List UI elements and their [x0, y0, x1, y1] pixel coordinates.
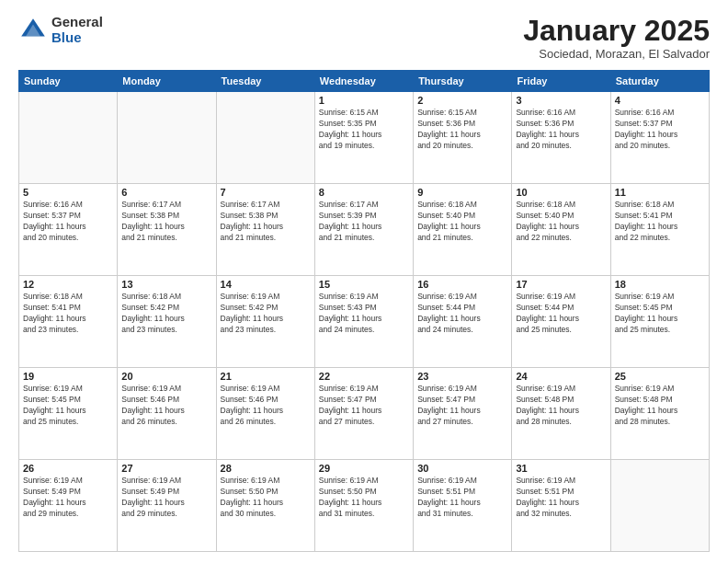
- day-number: 19: [23, 371, 113, 382]
- logo: General Blue: [18, 15, 103, 45]
- calendar-cell: 10Sunrise: 6:18 AM Sunset: 5:40 PM Dayli…: [512, 184, 610, 276]
- day-info: Sunrise: 6:19 AM Sunset: 5:46 PM Dayligh…: [121, 384, 211, 428]
- day-info: Sunrise: 6:19 AM Sunset: 5:51 PM Dayligh…: [516, 476, 606, 520]
- day-number: 9: [417, 187, 507, 198]
- calendar-cell: 11Sunrise: 6:18 AM Sunset: 5:41 PM Dayli…: [610, 184, 709, 276]
- day-number: 23: [417, 371, 507, 382]
- month-title: January 2025: [523, 15, 710, 47]
- day-info: Sunrise: 6:19 AM Sunset: 5:47 PM Dayligh…: [417, 384, 507, 428]
- day-number: 24: [516, 371, 606, 382]
- day-info: Sunrise: 6:16 AM Sunset: 5:37 PM Dayligh…: [615, 108, 705, 152]
- day-number: 6: [121, 187, 211, 198]
- calendar-cell: 26Sunrise: 6:19 AM Sunset: 5:49 PM Dayli…: [19, 460, 118, 552]
- day-info: Sunrise: 6:18 AM Sunset: 5:40 PM Dayligh…: [417, 200, 507, 244]
- day-number: 4: [615, 95, 705, 106]
- day-info: Sunrise: 6:17 AM Sunset: 5:38 PM Dayligh…: [121, 200, 211, 244]
- calendar-cell: 30Sunrise: 6:19 AM Sunset: 5:51 PM Dayli…: [414, 460, 512, 552]
- day-number: 14: [221, 279, 311, 290]
- calendar-cell: [19, 92, 118, 184]
- calendar-week-row: 1Sunrise: 6:15 AM Sunset: 5:35 PM Daylig…: [19, 92, 710, 184]
- weekday-header-saturday: Saturday: [610, 71, 709, 92]
- day-info: Sunrise: 6:19 AM Sunset: 5:50 PM Dayligh…: [221, 476, 311, 520]
- calendar-cell: 22Sunrise: 6:19 AM Sunset: 5:47 PM Dayli…: [314, 368, 413, 460]
- calendar-cell: 2Sunrise: 6:15 AM Sunset: 5:36 PM Daylig…: [414, 92, 512, 184]
- day-number: 12: [23, 279, 113, 290]
- day-info: Sunrise: 6:19 AM Sunset: 5:51 PM Dayligh…: [417, 476, 507, 520]
- calendar-cell: 23Sunrise: 6:19 AM Sunset: 5:47 PM Dayli…: [414, 368, 512, 460]
- location-subtitle: Sociedad, Morazan, El Salvador: [523, 47, 710, 61]
- day-number: 25: [615, 371, 705, 382]
- weekday-header-thursday: Thursday: [414, 71, 512, 92]
- logo-text: General Blue: [51, 15, 103, 45]
- day-number: 20: [121, 371, 211, 382]
- calendar-cell: [610, 460, 709, 552]
- day-info: Sunrise: 6:19 AM Sunset: 5:44 PM Dayligh…: [516, 292, 606, 336]
- day-info: Sunrise: 6:19 AM Sunset: 5:42 PM Dayligh…: [221, 292, 311, 336]
- day-info: Sunrise: 6:15 AM Sunset: 5:36 PM Dayligh…: [417, 108, 507, 152]
- day-number: 27: [121, 463, 211, 474]
- day-info: Sunrise: 6:19 AM Sunset: 5:45 PM Dayligh…: [23, 384, 113, 428]
- calendar-cell: [118, 92, 216, 184]
- day-info: Sunrise: 6:19 AM Sunset: 5:50 PM Dayligh…: [319, 476, 409, 520]
- day-number: 17: [516, 279, 606, 290]
- logo-blue: Blue: [51, 30, 103, 46]
- calendar-cell: 3Sunrise: 6:16 AM Sunset: 5:36 PM Daylig…: [512, 92, 610, 184]
- day-info: Sunrise: 6:19 AM Sunset: 5:44 PM Dayligh…: [417, 292, 507, 336]
- calendar-cell: 31Sunrise: 6:19 AM Sunset: 5:51 PM Dayli…: [512, 460, 610, 552]
- calendar-cell: 25Sunrise: 6:19 AM Sunset: 5:48 PM Dayli…: [610, 368, 709, 460]
- calendar-week-row: 26Sunrise: 6:19 AM Sunset: 5:49 PM Dayli…: [19, 460, 710, 552]
- calendar-cell: 7Sunrise: 6:17 AM Sunset: 5:38 PM Daylig…: [216, 184, 314, 276]
- calendar-cell: [216, 92, 314, 184]
- calendar-cell: 20Sunrise: 6:19 AM Sunset: 5:46 PM Dayli…: [118, 368, 216, 460]
- calendar-cell: 13Sunrise: 6:18 AM Sunset: 5:42 PM Dayli…: [118, 276, 216, 368]
- calendar-week-row: 19Sunrise: 6:19 AM Sunset: 5:45 PM Dayli…: [19, 368, 710, 460]
- calendar-cell: 4Sunrise: 6:16 AM Sunset: 5:37 PM Daylig…: [610, 92, 709, 184]
- day-number: 28: [221, 463, 311, 474]
- calendar-cell: 14Sunrise: 6:19 AM Sunset: 5:42 PM Dayli…: [216, 276, 314, 368]
- weekday-header-wednesday: Wednesday: [314, 71, 413, 92]
- day-info: Sunrise: 6:19 AM Sunset: 5:45 PM Dayligh…: [615, 292, 705, 336]
- day-number: 15: [319, 279, 409, 290]
- day-number: 13: [121, 279, 211, 290]
- weekday-header-monday: Monday: [118, 71, 216, 92]
- weekday-header-tuesday: Tuesday: [216, 71, 314, 92]
- day-number: 26: [23, 463, 113, 474]
- day-number: 10: [516, 187, 606, 198]
- day-info: Sunrise: 6:18 AM Sunset: 5:40 PM Dayligh…: [516, 200, 606, 244]
- day-number: 29: [319, 463, 409, 474]
- day-info: Sunrise: 6:19 AM Sunset: 5:49 PM Dayligh…: [121, 476, 211, 520]
- day-number: 11: [615, 187, 705, 198]
- day-info: Sunrise: 6:19 AM Sunset: 5:43 PM Dayligh…: [319, 292, 409, 336]
- calendar-cell: 27Sunrise: 6:19 AM Sunset: 5:49 PM Dayli…: [118, 460, 216, 552]
- calendar-cell: 9Sunrise: 6:18 AM Sunset: 5:40 PM Daylig…: [414, 184, 512, 276]
- calendar-cell: 16Sunrise: 6:19 AM Sunset: 5:44 PM Dayli…: [414, 276, 512, 368]
- day-number: 2: [417, 95, 507, 106]
- day-info: Sunrise: 6:18 AM Sunset: 5:41 PM Dayligh…: [23, 292, 113, 336]
- calendar-cell: 15Sunrise: 6:19 AM Sunset: 5:43 PM Dayli…: [314, 276, 413, 368]
- day-number: 5: [23, 187, 113, 198]
- day-number: 31: [516, 463, 606, 474]
- day-number: 21: [221, 371, 311, 382]
- calendar-cell: 5Sunrise: 6:16 AM Sunset: 5:37 PM Daylig…: [19, 184, 118, 276]
- day-info: Sunrise: 6:15 AM Sunset: 5:35 PM Dayligh…: [319, 108, 409, 152]
- logo-general: General: [51, 15, 103, 30]
- calendar-cell: 21Sunrise: 6:19 AM Sunset: 5:46 PM Dayli…: [216, 368, 314, 460]
- calendar-cell: 28Sunrise: 6:19 AM Sunset: 5:50 PM Dayli…: [216, 460, 314, 552]
- weekday-header-friday: Friday: [512, 71, 610, 92]
- day-info: Sunrise: 6:19 AM Sunset: 5:46 PM Dayligh…: [221, 384, 311, 428]
- calendar-cell: 18Sunrise: 6:19 AM Sunset: 5:45 PM Dayli…: [610, 276, 709, 368]
- header: General Blue January 2025 Sociedad, Mora…: [18, 15, 710, 61]
- day-number: 18: [615, 279, 705, 290]
- day-number: 16: [417, 279, 507, 290]
- calendar-cell: 12Sunrise: 6:18 AM Sunset: 5:41 PM Dayli…: [19, 276, 118, 368]
- day-info: Sunrise: 6:17 AM Sunset: 5:38 PM Dayligh…: [221, 200, 311, 244]
- day-info: Sunrise: 6:19 AM Sunset: 5:47 PM Dayligh…: [319, 384, 409, 428]
- calendar-cell: 17Sunrise: 6:19 AM Sunset: 5:44 PM Dayli…: [512, 276, 610, 368]
- calendar-week-row: 5Sunrise: 6:16 AM Sunset: 5:37 PM Daylig…: [19, 184, 710, 276]
- day-number: 8: [319, 187, 409, 198]
- day-info: Sunrise: 6:19 AM Sunset: 5:48 PM Dayligh…: [615, 384, 705, 428]
- day-number: 1: [319, 95, 409, 106]
- calendar-cell: 1Sunrise: 6:15 AM Sunset: 5:35 PM Daylig…: [314, 92, 413, 184]
- calendar-week-row: 12Sunrise: 6:18 AM Sunset: 5:41 PM Dayli…: [19, 276, 710, 368]
- page: General Blue January 2025 Sociedad, Mora…: [0, 0, 728, 563]
